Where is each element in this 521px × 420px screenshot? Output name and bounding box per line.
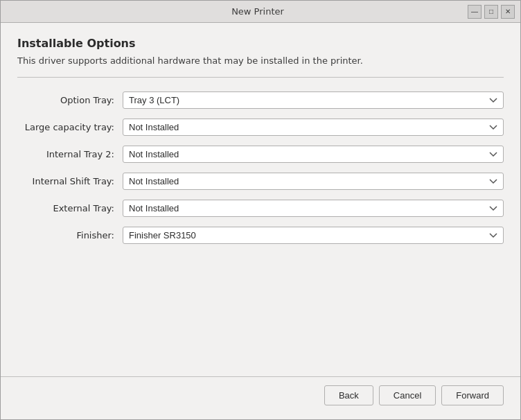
cancel-button[interactable]: Cancel <box>379 385 436 405</box>
maximize-button[interactable]: □ <box>484 5 498 19</box>
footer: Back Cancel Forward <box>1 376 520 419</box>
internal-shift-tray-label: Internal Shift Tray: <box>17 176 114 186</box>
internal-shift-tray-select[interactable]: Not Installed Installed <box>123 173 504 190</box>
external-tray-select[interactable]: Not Installed Installed <box>123 200 504 217</box>
option-tray-label: Option Tray: <box>17 95 114 105</box>
titlebar-controls: — □ ✕ <box>468 5 515 19</box>
internal-tray-2-select[interactable]: Not Installed Installed <box>123 146 504 163</box>
section-title: Installable Options <box>17 37 504 50</box>
large-capacity-tray-label: Large capacity tray: <box>17 122 114 132</box>
large-capacity-tray-select[interactable]: Not Installed Installed <box>123 119 504 136</box>
external-tray-label: External Tray: <box>17 203 114 213</box>
minimize-button[interactable]: — <box>468 5 482 19</box>
options-grid: Option Tray: Tray 3 (LCT) Not Installed … <box>17 91 504 244</box>
option-tray-select[interactable]: Tray 3 (LCT) Not Installed <box>123 91 504 109</box>
window-title: New Printer <box>48 6 468 17</box>
titlebar: New Printer — □ ✕ <box>1 1 520 23</box>
finisher-label: Finisher: <box>17 230 114 240</box>
section-description: This driver supports additional hardware… <box>17 55 504 66</box>
finisher-select[interactable]: Finisher SR3150 Not Installed <box>123 227 504 244</box>
internal-tray-2-label: Internal Tray 2: <box>17 149 114 159</box>
close-button[interactable]: ✕ <box>501 5 515 19</box>
divider <box>17 77 504 78</box>
forward-button[interactable]: Forward <box>441 385 504 405</box>
content-area: Installable Options This driver supports… <box>1 23 520 376</box>
back-button[interactable]: Back <box>324 385 373 405</box>
window: New Printer — □ ✕ Installable Options Th… <box>0 0 521 420</box>
